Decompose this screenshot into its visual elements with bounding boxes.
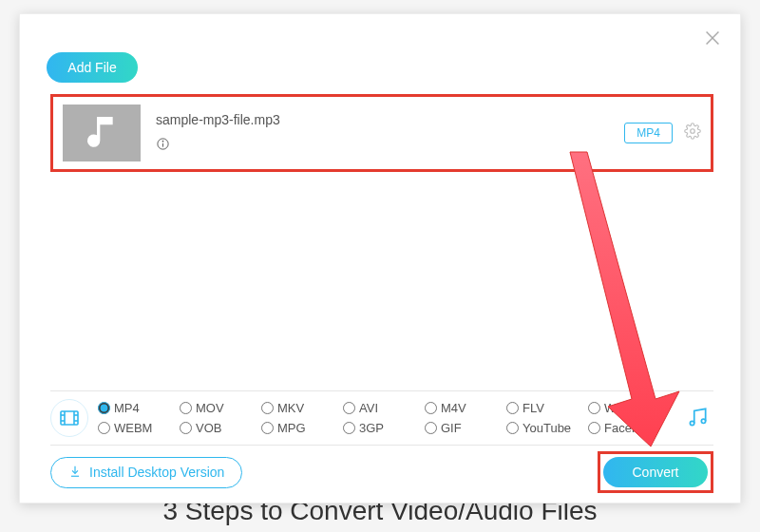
file-meta: sample-mp3-file.mp3 bbox=[156, 112, 624, 155]
file-thumbnail bbox=[63, 104, 141, 162]
file-name: sample-mp3-file.mp3 bbox=[156, 112, 624, 127]
format-option-3gp[interactable]: 3GP bbox=[343, 421, 425, 435]
video-category-icon[interactable] bbox=[50, 399, 88, 437]
download-icon bbox=[68, 465, 82, 481]
install-desktop-label: Install Desktop Version bbox=[89, 465, 224, 480]
svg-rect-6 bbox=[61, 411, 78, 425]
convert-highlight-box: Convert bbox=[598, 451, 713, 493]
format-option-flv[interactable]: FLV bbox=[506, 401, 588, 415]
svg-point-4 bbox=[162, 141, 163, 142]
gear-icon[interactable] bbox=[684, 123, 701, 143]
svg-point-13 bbox=[690, 421, 694, 425]
format-option-mp4[interactable]: MP4 bbox=[98, 401, 180, 415]
format-options-section: MP4MOVMKVAVIM4VFLVWMVWEBMVOBMPG3GPGIFYou… bbox=[50, 390, 713, 446]
add-file-button[interactable]: Add File bbox=[47, 52, 138, 83]
format-option-wmv[interactable]: WMV bbox=[588, 401, 670, 415]
format-option-mov[interactable]: MOV bbox=[180, 401, 261, 415]
format-option-webm[interactable]: WEBM bbox=[98, 421, 180, 435]
format-option-facebook[interactable]: Facebook bbox=[588, 421, 670, 435]
format-option-mpg[interactable]: MPG bbox=[261, 421, 343, 435]
converter-dialog: Add File sample-mp3-file.mp3 MP4 MP4MOVM… bbox=[19, 13, 741, 504]
close-icon[interactable] bbox=[702, 28, 723, 52]
info-icon[interactable] bbox=[156, 137, 624, 155]
install-desktop-button[interactable]: Install Desktop Version bbox=[50, 457, 242, 488]
music-note-icon bbox=[83, 112, 121, 154]
convert-button[interactable]: Convert bbox=[603, 457, 708, 487]
format-option-youtube[interactable]: YouTube bbox=[506, 421, 588, 435]
dialog-footer: Install Desktop Version Convert bbox=[50, 451, 713, 493]
svg-point-14 bbox=[701, 419, 705, 423]
audio-category-icon[interactable] bbox=[685, 405, 710, 433]
output-format-selector[interactable]: MP4 bbox=[624, 123, 673, 143]
format-option-gif[interactable]: GIF bbox=[425, 421, 506, 435]
file-item-row: sample-mp3-file.mp3 MP4 bbox=[50, 94, 713, 172]
format-option-m4v[interactable]: M4V bbox=[425, 401, 506, 415]
format-option-mkv[interactable]: MKV bbox=[261, 401, 343, 415]
format-option-avi[interactable]: AVI bbox=[343, 401, 425, 415]
format-radio-grid: MP4MOVMKVAVIM4VFLVWMVWEBMVOBMPG3GPGIFYou… bbox=[98, 401, 670, 435]
svg-point-5 bbox=[691, 129, 695, 134]
format-option-vob[interactable]: VOB bbox=[180, 421, 261, 435]
